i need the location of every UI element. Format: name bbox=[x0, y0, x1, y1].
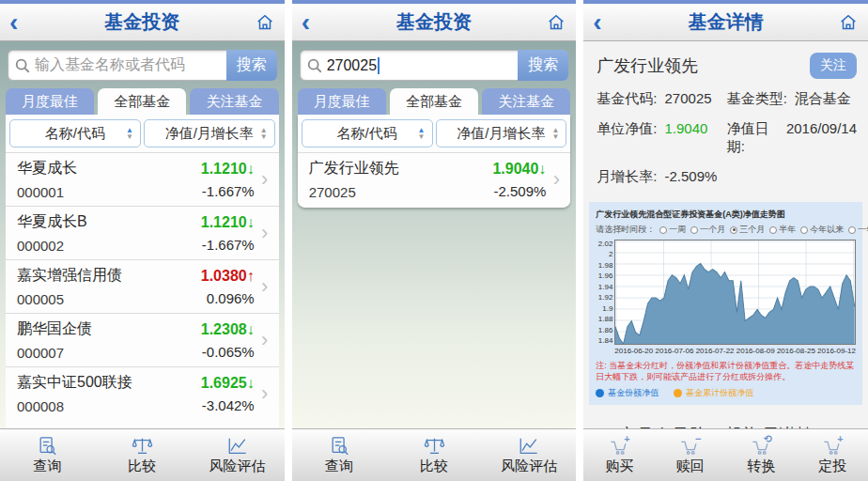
period-radio-1m[interactable]: 一个月 bbox=[690, 224, 725, 236]
unit-nav-label: 单位净值: bbox=[597, 120, 657, 156]
column-headers: 名称/代码 ▲▼ 净值/月增长率 ▲▼ bbox=[298, 115, 571, 152]
page-title: 基金投资 bbox=[34, 9, 251, 35]
chevron-right-icon: › bbox=[255, 274, 275, 299]
sort-arrows-icon: ▲▼ bbox=[126, 127, 133, 140]
search-placeholder: 输入基金名称或者代码 bbox=[35, 55, 185, 75]
fund-name: 广发行业领先 bbox=[597, 54, 810, 77]
radio-icon bbox=[848, 226, 856, 234]
nav-trend-plot bbox=[614, 240, 856, 345]
follow-button[interactable]: 关注 bbox=[810, 53, 857, 79]
trend-arrow-icon: ↑ bbox=[247, 268, 255, 284]
bottom-nav: 查询 比较 风险评估 bbox=[292, 428, 577, 481]
period-radio-6m[interactable]: 半年 bbox=[769, 224, 796, 236]
sort-name-code[interactable]: 名称/代码 ▲▼ bbox=[302, 119, 433, 147]
period-radio-ytd[interactable]: 今年以来 bbox=[800, 224, 844, 236]
tab-all-funds[interactable]: 全部基金 bbox=[390, 88, 478, 115]
search-button[interactable]: 搜索 bbox=[518, 50, 568, 81]
fund-title-row: 广发行业领先 关注 bbox=[583, 41, 868, 83]
tab-all-funds[interactable]: 全部基金 bbox=[98, 88, 186, 115]
fund-name: 嘉实增强信用债 bbox=[17, 266, 201, 286]
trend-line-icon bbox=[517, 436, 540, 457]
column-label: 名称/代码 bbox=[45, 125, 105, 143]
nav-convert[interactable]: ⟲ 转换 bbox=[726, 429, 798, 481]
fund-row[interactable]: 华夏成长B000002 1.1210↓-1.667% › bbox=[6, 206, 279, 259]
fund-code: 000008 bbox=[17, 398, 201, 414]
fund-code: 000007 bbox=[17, 345, 201, 361]
home-icon[interactable] bbox=[251, 12, 275, 33]
nav-risk-assessment[interactable]: 风险评估 bbox=[481, 429, 576, 481]
fund-type-label: 基金类型: bbox=[727, 90, 787, 108]
trend-arrow-icon: ↓ bbox=[247, 161, 255, 177]
fund-row[interactable]: 鹏华国企债000007 1.2308↓-0.065% › bbox=[6, 313, 279, 366]
header: ‹ 基金投资 bbox=[0, 4, 285, 41]
fund-row[interactable]: 嘉实中证500联接000008 1.6925↓-3.042% › bbox=[6, 366, 279, 420]
back-icon[interactable]: ‹ bbox=[9, 10, 34, 35]
balance-scale-icon bbox=[423, 436, 446, 457]
fund-name: 鹏华国企债 bbox=[17, 319, 201, 339]
trend-arrow-icon: ↓ bbox=[247, 321, 255, 337]
fund-nav: 1.1210↓ bbox=[201, 214, 255, 231]
tab-monthly-best[interactable]: 月度最佳 bbox=[6, 88, 94, 115]
nav-compare[interactable]: 比较 bbox=[95, 429, 190, 481]
monthly-growth-label: 月增长率: bbox=[597, 168, 657, 186]
tab-monthly-best[interactable]: 月度最佳 bbox=[298, 88, 386, 115]
nav-risk-assessment[interactable]: 风险评估 bbox=[190, 429, 285, 481]
fund-row[interactable]: 嘉实增强信用债000005 1.0380↑0.096% › bbox=[6, 259, 279, 313]
radio-icon bbox=[800, 226, 808, 234]
page-title: 基金详情 bbox=[617, 9, 834, 35]
trend-arrow-icon: ↓ bbox=[247, 214, 255, 230]
fund-row[interactable]: 华夏成长000001 1.1210↓-1.667% › bbox=[6, 152, 279, 206]
search-icon bbox=[306, 57, 323, 74]
fund-code: 000002 bbox=[17, 238, 201, 254]
column-label: 净值/月增长率 bbox=[457, 125, 545, 143]
legend-dot-icon bbox=[596, 389, 604, 397]
legend-unit-nav: 基金份额净值 bbox=[596, 387, 659, 399]
back-icon[interactable]: ‹ bbox=[302, 10, 326, 35]
sort-nav-growth[interactable]: 净值/月增长率 ▲▼ bbox=[144, 119, 275, 147]
tab-watched-funds[interactable]: 关注基金 bbox=[482, 88, 570, 115]
nav-query[interactable]: 查询 bbox=[0, 429, 95, 481]
sort-name-code[interactable]: 名称/代码 ▲▼ bbox=[9, 119, 141, 147]
cart-convert-icon: ⟲ bbox=[750, 436, 773, 457]
home-icon[interactable] bbox=[834, 12, 859, 33]
three-screen-composite: ‹ 基金投资 输入基金名称或者代码 搜索 月度最佳 全部基金 关注基金 bbox=[0, 0, 868, 481]
search-icon bbox=[14, 57, 31, 74]
period-radio-3m[interactable]: 三个月 bbox=[730, 224, 765, 236]
cart-minus-icon: − bbox=[678, 436, 702, 457]
sort-arrows-icon: ▲▼ bbox=[418, 127, 426, 140]
fund-row[interactable]: 广发行业领先270025 1.9040↓-2.509% › bbox=[298, 152, 571, 206]
unit-nav-value: 1.9040 bbox=[665, 120, 708, 156]
nav-buy[interactable]: + 购买 bbox=[583, 429, 655, 481]
screen-fund-search-list: ‹ 基金投资 输入基金名称或者代码 搜索 月度最佳 全部基金 关注基金 bbox=[0, 0, 285, 481]
trend-line-icon bbox=[225, 436, 249, 457]
nav-compare[interactable]: 比较 bbox=[387, 429, 482, 481]
cart-plus-icon: + bbox=[608, 436, 631, 457]
home-icon[interactable] bbox=[542, 12, 566, 33]
plot-area: 2.0221.981.961.941.921.91.881.861.84 bbox=[596, 240, 856, 345]
fund-nav: 1.0380↑ bbox=[201, 268, 255, 285]
document-search-icon bbox=[36, 436, 59, 457]
nav-redeem[interactable]: − 赎回 bbox=[655, 429, 726, 481]
column-label: 名称/代码 bbox=[337, 125, 397, 143]
back-icon[interactable]: ‹ bbox=[593, 10, 617, 35]
period-radio-1w[interactable]: 一周 bbox=[659, 224, 686, 236]
radio-icon bbox=[690, 226, 698, 234]
search-bar: 270025 搜索 bbox=[300, 50, 569, 81]
text-cursor bbox=[378, 57, 380, 74]
search-button[interactable]: 搜索 bbox=[226, 50, 277, 81]
nav-query[interactable]: 查询 bbox=[292, 429, 387, 481]
fund-tabs: 月度最佳 全部基金 关注基金 bbox=[6, 88, 279, 115]
trend-arrow-icon: ↓ bbox=[538, 161, 546, 177]
tab-watched-funds[interactable]: 关注基金 bbox=[190, 88, 278, 115]
search-value: 270025 bbox=[327, 57, 377, 74]
fund-details: 基金代码:270025 基金类型:混合基金 单位净值:1.9040 净值日期:2… bbox=[583, 83, 868, 198]
period-radio-1y[interactable]: 一年 bbox=[848, 224, 868, 236]
fund-growth: -2.509% bbox=[493, 183, 546, 199]
fund-code: 270025 bbox=[309, 184, 493, 200]
column-headers: 名称/代码 ▲▼ 净值/月增长率 ▲▼ bbox=[6, 115, 279, 152]
fund-name: 华夏成长B bbox=[17, 212, 201, 232]
nav-auto-invest[interactable]: + 定投 bbox=[797, 429, 868, 481]
sort-nav-growth[interactable]: 净值/月增长率 ▲▼ bbox=[436, 119, 567, 147]
header: ‹ 基金投资 bbox=[292, 4, 577, 41]
fund-growth: -3.042% bbox=[202, 397, 255, 413]
